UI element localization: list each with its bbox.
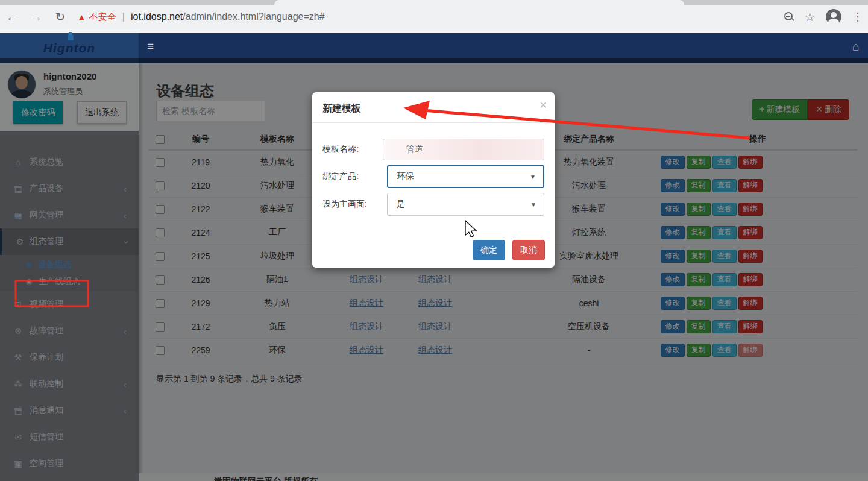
logo-tower-icon [68,35,74,40]
browser-active-tab[interactable] [274,0,684,5]
zoom-out-icon[interactable] [784,12,794,22]
cancel-button[interactable]: 取消 [512,240,545,260]
address-bar[interactable]: ▲ 不安全 | iot.idosp.net/admin/index.html?l… [77,11,325,23]
back-icon[interactable]: ← [0,10,24,24]
security-warning[interactable]: 不安全 [89,11,116,23]
modal-title: 新建模板 [322,102,361,115]
modal-close-icon[interactable]: × [539,98,547,112]
main-screen-label: 设为主画面: [322,199,387,210]
url-domain: iot.idosp.net [131,11,183,22]
reload-icon[interactable]: ↻ [48,10,72,24]
browser-tab-strip [0,0,868,5]
bind-product-select[interactable]: 环保 ▼ [387,165,544,188]
browser-menu-icon[interactable]: ⋮ [852,10,863,24]
url-path: /admin/index.html?language=zh# [183,11,324,22]
caret-down-icon: ▼ [530,201,536,208]
forward-icon[interactable]: → [24,10,48,24]
home-icon[interactable]: ⌂ [852,40,860,54]
browser-profile-avatar[interactable] [826,9,841,25]
caret-down-icon: ▼ [530,174,536,180]
template-name-input[interactable] [383,139,544,160]
bind-product-label: 绑定产品: [322,171,387,182]
new-template-modal: 新建模板 × 模板名称: 绑定产品: 环保 ▼ 设为主画面: 是 ▼ 确定 取消 [312,92,555,268]
warning-triangle-icon: ▲ [77,12,86,22]
hamburger-menu-icon[interactable]: ≡ [147,40,154,53]
bookmark-star-icon[interactable]: ☆ [805,10,815,24]
app-logo: Hignton [43,41,95,55]
confirm-button[interactable]: 确定 [473,240,505,260]
page: Hignton ≡ ⌂ hignton2020 系统管理员 修改密码 退出系统 … [0,29,868,481]
browser-chrome: ← → ↻ ▲ 不安全 | iot.idosp.net/admin/index.… [0,0,868,30]
main-screen-select[interactable]: 是 ▼ [387,193,544,216]
template-name-label: 模板名称: [322,144,383,155]
